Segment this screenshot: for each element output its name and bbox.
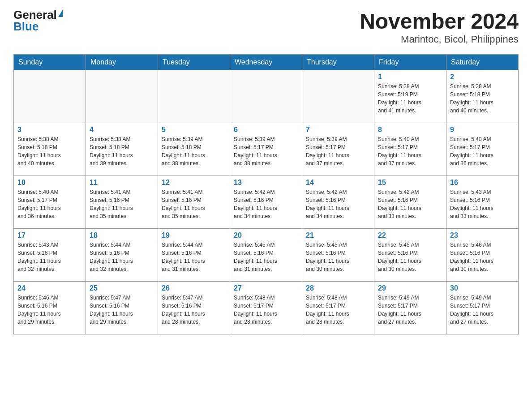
calendar-cell: 22Sunrise: 5:45 AMSunset: 5:16 PMDayligh… — [374, 229, 446, 282]
calendar-cell: 4Sunrise: 5:38 AMSunset: 5:18 PMDaylight… — [86, 123, 158, 176]
day-info: Sunrise: 5:44 AMSunset: 5:16 PMDaylight:… — [162, 241, 226, 273]
calendar-table: SundayMondayTuesdayWednesdayThursdayFrid… — [13, 54, 519, 334]
calendar-cell: 19Sunrise: 5:44 AMSunset: 5:16 PMDayligh… — [158, 229, 230, 282]
calendar-subtitle: Marintoc, Bicol, Philippines — [360, 34, 519, 45]
weekday-header-row: SundayMondayTuesdayWednesdayThursdayFrid… — [14, 55, 519, 70]
day-info: Sunrise: 5:48 AMSunset: 5:17 PMDaylight:… — [306, 294, 370, 326]
day-info: Sunrise: 5:48 AMSunset: 5:17 PMDaylight:… — [234, 294, 298, 326]
calendar-cell: 17Sunrise: 5:43 AMSunset: 5:16 PMDayligh… — [14, 229, 86, 282]
day-info: Sunrise: 5:39 AMSunset: 5:17 PMDaylight:… — [234, 135, 298, 167]
calendar-cell — [302, 70, 374, 123]
calendar-cell: 20Sunrise: 5:45 AMSunset: 5:16 PMDayligh… — [230, 229, 302, 282]
calendar-title: November 2024 — [360, 9, 519, 34]
logo-blue-text: Blue — [13, 21, 39, 32]
calendar-week-row: 3Sunrise: 5:38 AMSunset: 5:18 PMDaylight… — [14, 123, 519, 176]
day-number: 4 — [90, 126, 154, 134]
day-info: Sunrise: 5:41 AMSunset: 5:16 PMDaylight:… — [162, 188, 226, 220]
weekday-header-sunday: Sunday — [14, 55, 86, 70]
calendar-week-row: 24Sunrise: 5:46 AMSunset: 5:16 PMDayligh… — [14, 282, 519, 334]
weekday-header-friday: Friday — [374, 55, 446, 70]
calendar-cell: 1Sunrise: 5:38 AMSunset: 5:19 PMDaylight… — [374, 70, 446, 123]
day-info: Sunrise: 5:45 AMSunset: 5:16 PMDaylight:… — [234, 241, 298, 273]
day-number: 5 — [162, 126, 226, 134]
calendar-cell: 7Sunrise: 5:39 AMSunset: 5:17 PMDaylight… — [302, 123, 374, 176]
day-number: 25 — [90, 284, 154, 292]
calendar-cell — [230, 70, 302, 123]
day-info: Sunrise: 5:40 AMSunset: 5:17 PMDaylight:… — [17, 188, 82, 220]
day-number: 27 — [234, 284, 298, 292]
logo: General Blue — [13, 9, 63, 32]
day-info: Sunrise: 5:45 AMSunset: 5:16 PMDaylight:… — [306, 241, 370, 273]
calendar-cell: 12Sunrise: 5:41 AMSunset: 5:16 PMDayligh… — [158, 176, 230, 229]
day-info: Sunrise: 5:38 AMSunset: 5:18 PMDaylight:… — [17, 135, 82, 167]
calendar-cell: 23Sunrise: 5:46 AMSunset: 5:16 PMDayligh… — [446, 229, 519, 282]
logo-general-text: General — [13, 9, 57, 21]
day-info: Sunrise: 5:40 AMSunset: 5:17 PMDaylight:… — [450, 135, 515, 167]
day-info: Sunrise: 5:39 AMSunset: 5:18 PMDaylight:… — [162, 135, 226, 167]
weekday-header-thursday: Thursday — [302, 55, 374, 70]
day-info: Sunrise: 5:43 AMSunset: 5:16 PMDaylight:… — [17, 241, 82, 273]
day-info: Sunrise: 5:38 AMSunset: 5:19 PMDaylight:… — [378, 82, 442, 115]
calendar-cell: 18Sunrise: 5:44 AMSunset: 5:16 PMDayligh… — [86, 229, 158, 282]
calendar-cell — [14, 70, 86, 123]
day-number: 19 — [162, 231, 226, 240]
calendar-week-row: 10Sunrise: 5:40 AMSunset: 5:17 PMDayligh… — [14, 176, 519, 229]
day-number: 1 — [378, 73, 442, 81]
day-number: 9 — [450, 126, 515, 134]
day-info: Sunrise: 5:46 AMSunset: 5:16 PMDaylight:… — [17, 294, 82, 326]
day-info: Sunrise: 5:45 AMSunset: 5:16 PMDaylight:… — [378, 241, 442, 273]
calendar-week-row: 1Sunrise: 5:38 AMSunset: 5:19 PMDaylight… — [14, 70, 519, 123]
day-info: Sunrise: 5:49 AMSunset: 5:17 PMDaylight:… — [450, 294, 515, 326]
day-number: 21 — [306, 231, 370, 240]
day-number: 11 — [90, 179, 154, 187]
calendar-cell: 26Sunrise: 5:47 AMSunset: 5:16 PMDayligh… — [158, 282, 230, 334]
day-info: Sunrise: 5:47 AMSunset: 5:16 PMDaylight:… — [162, 294, 226, 326]
calendar-cell: 10Sunrise: 5:40 AMSunset: 5:17 PMDayligh… — [14, 176, 86, 229]
weekday-header-saturday: Saturday — [446, 55, 519, 70]
day-number: 20 — [234, 231, 298, 240]
calendar-cell — [158, 70, 230, 123]
calendar-cell: 3Sunrise: 5:38 AMSunset: 5:18 PMDaylight… — [14, 123, 86, 176]
day-info: Sunrise: 5:42 AMSunset: 5:16 PMDaylight:… — [378, 188, 442, 220]
day-number: 6 — [234, 126, 298, 134]
day-info: Sunrise: 5:49 AMSunset: 5:17 PMDaylight:… — [378, 294, 442, 326]
day-number: 14 — [306, 179, 370, 187]
calendar-cell: 27Sunrise: 5:48 AMSunset: 5:17 PMDayligh… — [230, 282, 302, 334]
calendar-cell: 21Sunrise: 5:45 AMSunset: 5:16 PMDayligh… — [302, 229, 374, 282]
calendar-cell: 8Sunrise: 5:40 AMSunset: 5:17 PMDaylight… — [374, 123, 446, 176]
day-number: 26 — [162, 284, 226, 292]
day-info: Sunrise: 5:46 AMSunset: 5:16 PMDaylight:… — [450, 241, 515, 273]
calendar-cell — [86, 70, 158, 123]
day-info: Sunrise: 5:39 AMSunset: 5:17 PMDaylight:… — [306, 135, 370, 167]
calendar-week-row: 17Sunrise: 5:43 AMSunset: 5:16 PMDayligh… — [14, 229, 519, 282]
calendar-cell: 15Sunrise: 5:42 AMSunset: 5:16 PMDayligh… — [374, 176, 446, 229]
day-info: Sunrise: 5:44 AMSunset: 5:16 PMDaylight:… — [90, 241, 154, 273]
calendar-cell: 9Sunrise: 5:40 AMSunset: 5:17 PMDaylight… — [446, 123, 519, 176]
calendar-cell: 11Sunrise: 5:41 AMSunset: 5:16 PMDayligh… — [86, 176, 158, 229]
calendar-cell: 5Sunrise: 5:39 AMSunset: 5:18 PMDaylight… — [158, 123, 230, 176]
day-info: Sunrise: 5:43 AMSunset: 5:16 PMDaylight:… — [450, 188, 515, 220]
day-info: Sunrise: 5:47 AMSunset: 5:16 PMDaylight:… — [90, 294, 154, 326]
weekday-header-monday: Monday — [86, 55, 158, 70]
day-info: Sunrise: 5:42 AMSunset: 5:16 PMDaylight:… — [306, 188, 370, 220]
day-number: 8 — [378, 126, 442, 134]
calendar-cell: 13Sunrise: 5:42 AMSunset: 5:16 PMDayligh… — [230, 176, 302, 229]
day-number: 13 — [234, 179, 298, 187]
day-number: 28 — [306, 284, 370, 292]
day-number: 23 — [450, 231, 515, 240]
calendar-cell: 25Sunrise: 5:47 AMSunset: 5:16 PMDayligh… — [86, 282, 158, 334]
calendar-cell: 6Sunrise: 5:39 AMSunset: 5:17 PMDaylight… — [230, 123, 302, 176]
day-number: 22 — [378, 231, 442, 240]
weekday-header-wednesday: Wednesday — [230, 55, 302, 70]
day-number: 17 — [17, 231, 82, 240]
day-info: Sunrise: 5:38 AMSunset: 5:18 PMDaylight:… — [90, 135, 154, 167]
day-number: 2 — [450, 73, 515, 81]
day-number: 10 — [17, 179, 82, 187]
logo-triangle-icon — [58, 10, 63, 17]
day-number: 30 — [450, 284, 515, 292]
day-number: 12 — [162, 179, 226, 187]
day-number: 7 — [306, 126, 370, 134]
calendar-cell: 24Sunrise: 5:46 AMSunset: 5:16 PMDayligh… — [14, 282, 86, 334]
weekday-header-tuesday: Tuesday — [158, 55, 230, 70]
day-info: Sunrise: 5:41 AMSunset: 5:16 PMDaylight:… — [90, 188, 154, 220]
